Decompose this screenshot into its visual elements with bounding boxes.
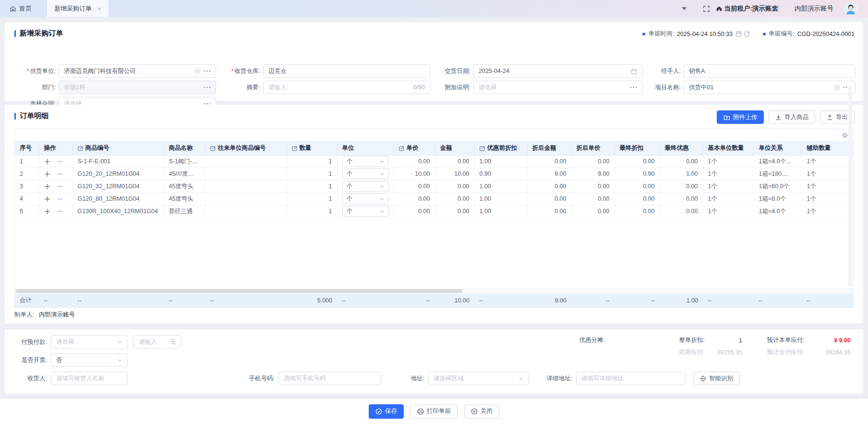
remove-row-icon[interactable] [57,208,63,215]
add-row-icon[interactable] [44,171,50,177]
region-select[interactable]: 请选择区域 [428,372,529,385]
col-header-qty: 数量 [287,142,337,155]
clear-circle-icon[interactable] [834,85,840,91]
project-input[interactable]: 供货中01 [684,81,856,94]
clear-circle-icon[interactable] [194,68,201,74]
cell-qty: 1 [287,193,337,205]
account-name[interactable]: 内部演示账号 [795,4,833,13]
edit-icon[interactable] [744,31,750,37]
address-input[interactable]: 请填写详细地址 [576,372,686,385]
remove-row-icon[interactable] [57,196,63,202]
cell-price_after: 0.00 [571,193,615,205]
unit-select[interactable]: 个 [342,206,389,217]
col-header-unit_rel: 单位关系 [754,142,802,155]
ellipsis-icon[interactable] [204,70,211,72]
ellipsis-icon[interactable] [630,86,637,88]
summary-cell-code: -- [72,294,164,307]
current-tenant[interactable]: 当前租户:演示账套 [716,4,779,13]
cell-price_after: 9.00 [571,168,615,180]
currency-unit: 元 [170,338,177,346]
unit-select[interactable]: 个 [342,194,389,204]
avatar[interactable] [844,2,857,15]
cell-unit: 个 [337,180,394,193]
fullscreen-icon[interactable] [703,5,710,12]
nav-home[interactable]: 首页 [10,4,32,13]
warehouse-input[interactable]: 迈克仓 [263,64,430,78]
tenant-label: 当前租户:演示账套 [724,4,779,13]
prepay-select[interactable]: 请选择 [51,335,128,349]
add-row-icon[interactable] [44,158,50,165]
cell-price: 10.00 [394,168,435,180]
chevron-down-icon [518,376,524,381]
remove-row-icon[interactable] [57,158,63,165]
unit-select[interactable]: 个 [342,156,389,167]
cell-seq: 1 [15,155,39,168]
save-button[interactable]: 保存 [369,404,404,419]
cell-price_after: 0.00 [571,205,615,218]
smart-recognize-button[interactable]: 智能识别 [693,372,740,385]
cell-amount: 0.00 [435,155,474,168]
remove-row-icon[interactable] [57,183,63,190]
tab-close-icon[interactable]: × [97,6,101,12]
calendar-icon[interactable] [735,31,742,37]
gear-icon[interactable] [842,132,848,139]
cell-final_disc: 0.00 [615,193,660,205]
order-items-table: 序号操作商品编号商品名称往来单位商品编号数量单位单价金额优惠前折扣折后金额折后单… [15,142,853,218]
prepay-amount-input[interactable]: 请输入 元 [133,335,181,349]
cell-price: 0.00 [394,205,435,218]
delivery-date-input[interactable]: 2025-04-24 [473,64,642,78]
unit-select[interactable]: 个 [342,169,389,179]
col-header-op: 操作 [39,142,72,155]
phone-input[interactable]: 请填写手机号码 [278,372,381,385]
summary-cell-op: -- [39,294,72,307]
receiver-input[interactable]: 请填写收货人名称 [51,372,128,385]
tab-new-purchase-order[interactable]: 新增采购订单 × [46,0,109,17]
remove-row-icon[interactable] [57,171,63,177]
cell-amount_after: 0.00 [527,180,571,193]
add-row-icon[interactable] [44,183,50,190]
folder-upload-icon [723,114,730,121]
close-button[interactable]: 关闭 [464,404,499,419]
supplier-label: 供货单位: [14,64,56,78]
blue-dot-icon [642,33,645,36]
supplier-input[interactable]: 济南迈克阀门科技有限公司 [59,64,216,78]
handler-input[interactable]: 销售A [684,64,856,78]
ellipsis-icon[interactable] [204,86,211,88]
extra-note-label: 附加说明: [435,81,470,94]
chevron-down-icon [379,196,385,202]
import-products-button[interactable]: 导入商品 [769,110,815,124]
department-input[interactable]: 市场1科 [59,81,216,94]
cell-amount_after: 0.00 [527,205,571,218]
add-row-icon[interactable] [44,208,50,215]
table-row: 2G120_20_12RM01G0445////度...1个10.0010.00… [15,168,853,180]
department-label: 部门: [14,81,56,94]
chevron-down-icon[interactable] [682,7,687,10]
cell-base_qty: 1个 [703,155,754,168]
cell-op [39,180,72,193]
extra-note-input[interactable]: 请选择 [473,81,642,94]
expected-total-value: 39264.35 [805,349,851,356]
unit-select[interactable]: 个 [342,181,389,192]
attachment-upload-button[interactable]: 附件上传 [717,110,764,124]
print-button[interactable]: 打印单据 [410,404,458,419]
edit-icon [399,145,405,151]
summary-input[interactable]: 请输入 0/50 [263,81,430,94]
chevron-down-icon [117,358,122,363]
horizontal-scrollbar-thumb[interactable] [16,289,462,293]
doc-number: 单据编号: CGD-20250424-0001 [763,30,855,38]
col-header-final_pref: 最终优惠 [660,142,703,155]
summary-cell-amount: 10.00 [435,294,474,307]
chevron-down-icon [379,159,385,164]
calendar-icon[interactable] [631,68,637,74]
col-header-base_qty: 基本单位数量 [703,142,754,155]
cell-amount: 0.00 [435,180,474,193]
cell-final_disc: 0.00 [615,180,660,193]
cell-unit_rel: 1箱=8.0个 [754,193,802,205]
cell-partner_code [205,180,287,193]
invoice-select[interactable]: 否 [51,353,128,367]
summary-cell-price_after: -- [571,294,615,307]
add-row-icon[interactable] [44,196,50,202]
cell-seq: 4 [15,193,39,205]
order-detail-card: 订单明细 附件上传 导入商品 导出 [5,105,863,324]
vertical-scrollbar[interactable] [848,85,852,287]
